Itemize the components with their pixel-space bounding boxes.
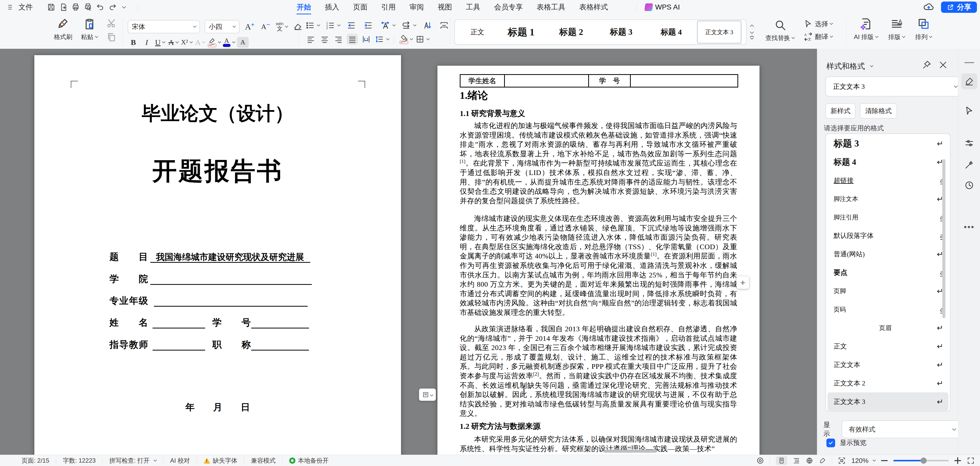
undo-icon[interactable] xyxy=(96,3,105,11)
fullscreen-icon[interactable] xyxy=(967,456,975,465)
status-item-7[interactable]: 本地备份开 xyxy=(289,456,329,465)
zoom-out-button[interactable] xyxy=(881,460,888,461)
menu-tab-10[interactable]: 表格样式 xyxy=(579,2,608,12)
new-style-button[interactable]: 新样式 xyxy=(826,103,856,118)
character-shading-button[interactable]: A xyxy=(237,37,249,48)
date-line[interactable]: 年 月 日 xyxy=(34,401,401,414)
zoom-level-control[interactable]: 120% xyxy=(851,457,876,465)
heading-1-2[interactable]: 1.2 研究方法与数据来源 xyxy=(460,421,541,432)
gallery-style-2[interactable]: 标题 1 xyxy=(497,26,546,39)
hamburger-menu-icon[interactable] xyxy=(7,3,15,11)
style-list-item-14[interactable]: 正文文本 2↵ xyxy=(826,374,950,393)
bullet-list-button[interactable] xyxy=(305,20,320,31)
style-pen-tool-active[interactable] xyxy=(961,73,977,89)
close-icon[interactable] xyxy=(938,60,948,70)
zoom-slider-handle[interactable] xyxy=(921,458,927,464)
status-item-3[interactable]: 拼写检查: 打开 xyxy=(109,456,156,465)
paragraph-2[interactable]: 海绵城市建设的现实意义体现在生态环境改善、资源高效利用与城市安全提升三个维度。从… xyxy=(460,214,737,318)
heading-1-1[interactable]: 1.1 研究背景与意义 xyxy=(460,108,525,119)
sort-button[interactable] xyxy=(422,20,433,31)
form-row-grade[interactable]: 专业年级 xyxy=(110,295,148,307)
ai-typeset-button[interactable]: AI 排版 xyxy=(854,16,878,41)
form-row-college[interactable]: 学院 xyxy=(110,273,148,285)
select-button[interactable]: 选择 xyxy=(803,19,832,29)
text-direction-button[interactable] xyxy=(380,20,395,31)
typeset-button[interactable]: A 排版 xyxy=(888,16,905,41)
paragraph-4[interactable]: 本研究采用多元化的研究方法体系，以确保对我国海绵城市建设现状及研究进展的系统性、… xyxy=(460,435,737,453)
text-effects-button[interactable]: A xyxy=(194,37,206,48)
wps-ai-button[interactable]: WPS AI xyxy=(645,0,680,14)
history-clock-icon[interactable] xyxy=(964,180,975,190)
translate-button[interactable]: A文 翻译 xyxy=(803,32,832,41)
show-styles-select[interactable]: 有效样式 xyxy=(842,420,963,438)
style-list-item-9[interactable]: 页脚↵ xyxy=(826,282,950,300)
font-size-select[interactable]: 小四 xyxy=(205,20,240,34)
cut-icon[interactable] xyxy=(107,18,117,28)
print-icon[interactable] xyxy=(71,3,80,11)
style-list-item-10[interactable]: 页码a xyxy=(826,300,950,319)
table-cell-sid-value[interactable] xyxy=(631,75,737,87)
menu-tab-4[interactable]: 引用 xyxy=(381,2,396,12)
numbered-list-button[interactable]: 123 xyxy=(325,20,340,31)
style-list-item-2[interactable]: 标题 4↵ xyxy=(826,153,950,171)
paragraph-3[interactable]: 从政策演进脉络看，我国自 2013 年起明确提出建设自然积存、自然渗透、自然净化… xyxy=(460,324,737,418)
strikethrough-button[interactable]: A xyxy=(168,37,179,48)
align-left-button[interactable] xyxy=(305,34,317,45)
gallery-style-3[interactable]: 标题 2 xyxy=(547,26,595,38)
margin-quick-button[interactable] xyxy=(419,388,436,401)
gallery-style-5[interactable]: 标题 4 xyxy=(647,27,696,37)
output-icon[interactable] xyxy=(59,3,68,11)
font-color-button[interactable]: A xyxy=(223,37,235,48)
style-list-item-11[interactable]: 页眉↵ xyxy=(826,319,950,337)
arrange-button[interactable]: 排列 xyxy=(915,16,932,41)
cover-title-line1[interactable]: 毕业论文（设计） xyxy=(34,101,401,126)
panel-title-chevron-icon[interactable] xyxy=(870,64,873,67)
style-list-item-5[interactable]: 脚注引用a xyxy=(826,208,950,227)
cover-title-line2[interactable]: 开题报告书 xyxy=(34,155,401,188)
gallery-style-4[interactable]: 标题 3 xyxy=(597,26,646,38)
style-list-item-4[interactable]: 脚注文本↵ xyxy=(826,190,950,208)
undo-history-chevron-icon[interactable] xyxy=(122,4,126,8)
status-item-2[interactable]: 字数: 12223 xyxy=(63,456,95,465)
outline-view-button[interactable] xyxy=(793,457,800,464)
selection-target-icon[interactable] xyxy=(756,456,764,465)
form-row-advisor[interactable]: 指导教师 xyxy=(110,338,148,351)
pin-icon[interactable] xyxy=(922,60,932,70)
menu-tab-7[interactable]: 工具 xyxy=(465,2,481,12)
form-row-name[interactable]: 姓名 xyxy=(110,316,148,329)
gallery-scroll-down-icon[interactable] xyxy=(750,30,754,34)
align-right-button[interactable] xyxy=(333,34,344,45)
justify-button[interactable] xyxy=(347,34,358,45)
menu-tab-9[interactable]: 表格工具 xyxy=(536,2,566,12)
properties-sliders-icon[interactable] xyxy=(964,138,975,148)
menu-tab-3[interactable]: 页面 xyxy=(353,2,368,12)
more-options-icon[interactable]: ••• xyxy=(964,222,975,232)
style-list-item-3[interactable]: 超链接a xyxy=(826,171,950,190)
line-spacing-button[interactable] xyxy=(374,34,389,45)
wrap-direction-button[interactable] xyxy=(401,20,416,31)
menu-tab-8[interactable]: 会员专享 xyxy=(493,2,523,12)
superscript-button[interactable]: X² xyxy=(181,37,192,48)
show-marks-button[interactable] xyxy=(439,20,450,31)
clear-format-button[interactable]: 清除格式 xyxy=(860,103,897,118)
format-painter-button[interactable]: 格式刷 xyxy=(54,16,72,41)
table-cell-name-value[interactable] xyxy=(505,75,589,87)
student-info-table[interactable]: 学生姓名 学 号 xyxy=(460,74,738,88)
borders-button[interactable] xyxy=(415,34,429,45)
style-list-scrollbar[interactable] xyxy=(942,159,945,318)
zoom-in-button[interactable] xyxy=(955,457,961,464)
table-cell-name-label[interactable]: 学生姓名 xyxy=(460,75,505,87)
web-view-button[interactable] xyxy=(806,457,813,464)
decrease-indent-button[interactable] xyxy=(346,20,357,31)
save-icon[interactable] xyxy=(47,3,56,11)
ink-view-button[interactable] xyxy=(819,457,826,464)
current-style-select[interactable]: 正文文本 3 xyxy=(826,77,965,96)
fit-page-icon[interactable] xyxy=(838,456,846,465)
menu-tab-1[interactable]: 开始 xyxy=(296,2,312,12)
select-tool-icon[interactable] xyxy=(964,106,974,116)
zoom-slider[interactable] xyxy=(893,460,949,461)
font-name-select[interactable]: 宋体 xyxy=(128,20,200,34)
document-page-1[interactable]: 毕业论文（设计） 开题报告书 题目 我国海绵城市建设研究现状及研究进展 学院 专… xyxy=(34,55,401,455)
decrease-font-size-button[interactable]: A− xyxy=(260,21,271,32)
copy-icon[interactable] xyxy=(107,32,117,43)
